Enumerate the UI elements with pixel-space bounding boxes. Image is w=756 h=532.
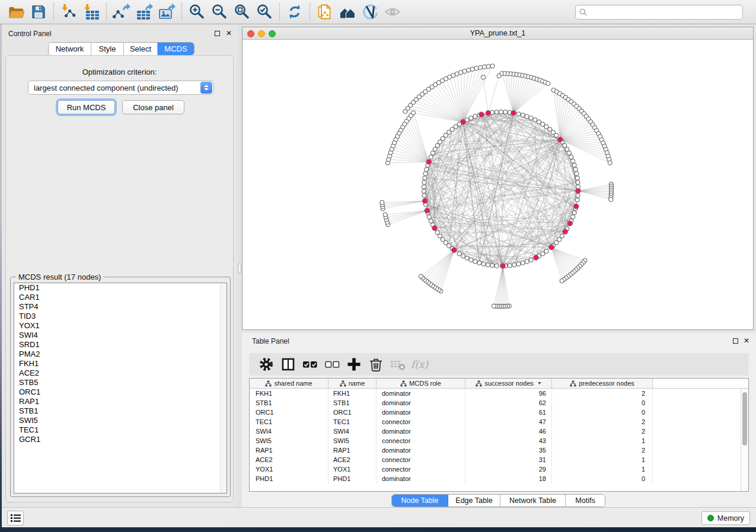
table-cell[interactable]: PHD1 xyxy=(250,474,328,483)
table-cell[interactable]: 96 xyxy=(465,389,552,398)
memory-button[interactable]: Memory xyxy=(701,511,750,525)
table-row[interactable]: ACE2ACE2connector311 xyxy=(250,455,741,464)
network-node[interactable] xyxy=(425,167,429,171)
mcds-result-item[interactable]: TEC1 xyxy=(14,425,227,435)
table-cell[interactable]: SWI4 xyxy=(250,427,328,436)
run-mcds-button[interactable]: Run MCDS xyxy=(58,100,115,114)
table-cell[interactable]: 1 xyxy=(552,455,653,464)
table-cell[interactable]: 61 xyxy=(465,408,552,417)
network-node[interactable] xyxy=(575,176,579,180)
network-node[interactable] xyxy=(529,116,533,120)
column-header-shared-name[interactable]: shared name xyxy=(250,379,328,388)
table-scrollbar-thumb[interactable] xyxy=(742,392,747,446)
table-cell[interactable]: 46 xyxy=(465,427,552,436)
network-hub-node[interactable] xyxy=(563,229,568,235)
control-panel-close-icon[interactable]: ✕ xyxy=(226,29,232,37)
table-cell[interactable]: TEC1 xyxy=(250,417,328,427)
table-cell[interactable]: 62 xyxy=(465,398,552,408)
mcds-result-item[interactable]: FKH1 xyxy=(14,359,227,368)
mcds-result-item[interactable]: RAP1 xyxy=(14,397,227,406)
tab-select[interactable]: Select xyxy=(124,43,158,55)
network-hub-node[interactable] xyxy=(426,159,432,165)
settings-icon[interactable] xyxy=(255,355,277,373)
network-hub-node[interactable] xyxy=(422,198,428,204)
network-hub-node[interactable] xyxy=(511,110,516,116)
network-leaf-node[interactable] xyxy=(492,304,496,308)
network-hub-node[interactable] xyxy=(549,245,554,250)
table-cell[interactable]: 2 xyxy=(552,417,653,427)
open-icon[interactable] xyxy=(5,2,27,22)
mcds-result-item[interactable]: SRD1 xyxy=(14,340,227,350)
table-row[interactable]: RAP1RAP1dominator352 xyxy=(250,446,741,455)
network-node[interactable] xyxy=(565,147,569,151)
table-row[interactable]: SWI5SWI5connector431 xyxy=(250,436,741,446)
table-cell[interactable]: connector xyxy=(377,417,465,427)
table-cell[interactable]: dominator xyxy=(377,474,465,483)
network-leaf-node[interactable] xyxy=(411,111,415,115)
table-cell[interactable]: 47 xyxy=(465,417,552,427)
table-row[interactable]: FKH1FKH1dominator962 xyxy=(250,389,741,398)
network-node[interactable] xyxy=(422,194,426,198)
table-cell[interactable]: 2 xyxy=(552,427,653,436)
export-table-icon[interactable] xyxy=(133,2,155,22)
vizmap-icon[interactable] xyxy=(359,2,381,22)
table-cell[interactable]: YOX1 xyxy=(328,464,377,474)
table-cell[interactable]: FKH1 xyxy=(250,389,328,398)
network-node[interactable] xyxy=(516,262,521,266)
network-window-titlebar[interactable]: YPA_prune.txt_1 xyxy=(243,27,753,40)
vertical-splitter[interactable] xyxy=(237,24,242,507)
network-hub-node[interactable] xyxy=(452,248,457,253)
close-panel-button[interactable]: Close panel xyxy=(122,100,184,114)
network-node[interactable] xyxy=(576,180,580,184)
table-cell[interactable]: 0 xyxy=(552,474,653,483)
network-leaf-node[interactable] xyxy=(486,64,490,68)
zoom-in-icon[interactable] xyxy=(186,2,208,22)
table-cell[interactable]: RAP1 xyxy=(328,446,377,455)
network-node[interactable] xyxy=(422,180,426,184)
mcds-result-item[interactable]: SWI5 xyxy=(14,416,227,425)
search-input[interactable] xyxy=(589,7,742,18)
table-cell[interactable]: dominator xyxy=(377,398,465,408)
mcds-result-list[interactable]: PHD1CAR1STP4TID3YOX1SWI4SRD1PMA2FKH1ACE2… xyxy=(14,283,227,493)
network-node[interactable] xyxy=(569,155,573,159)
network-node[interactable] xyxy=(525,114,529,118)
network-node[interactable] xyxy=(575,172,579,176)
table-cell[interactable]: RAP1 xyxy=(250,446,328,455)
network-node[interactable] xyxy=(567,151,571,155)
mcds-result-item[interactable]: STP4 xyxy=(14,302,227,312)
export-image-icon[interactable] xyxy=(155,2,178,22)
network-node[interactable] xyxy=(572,211,576,215)
network-hub-node[interactable] xyxy=(534,255,539,261)
table-cell[interactable]: dominator xyxy=(377,427,465,436)
table-row[interactable]: SWI4SWI4dominator462 xyxy=(250,427,741,436)
tab-node-table[interactable]: Node Table xyxy=(392,495,448,507)
network-node[interactable] xyxy=(495,110,499,114)
network-leaf-node[interactable] xyxy=(470,67,474,71)
table-row[interactable]: STB1STB1dominator620 xyxy=(250,398,741,408)
column-header-predecessor-nodes[interactable]: predecessor nodes xyxy=(552,379,653,388)
network-node[interactable] xyxy=(525,259,529,264)
table-cell[interactable]: 1 xyxy=(552,464,653,474)
mcds-result-item[interactable]: ORC1 xyxy=(14,387,227,397)
tab-mcds[interactable]: MCDS xyxy=(158,43,194,55)
column-header-successor-nodes[interactable]: successor nodes xyxy=(465,379,552,388)
network-hub-node[interactable] xyxy=(479,112,484,117)
mcds-result-scrollbar[interactable] xyxy=(220,283,227,493)
columns-icon[interactable] xyxy=(277,355,299,373)
network-node[interactable] xyxy=(529,258,533,262)
table-scrollbar[interactable] xyxy=(741,389,748,491)
column-header-MCDS-role[interactable]: MCDS role xyxy=(377,379,465,388)
network-node[interactable] xyxy=(473,114,477,118)
mcds-result-item[interactable]: YOX1 xyxy=(14,321,227,331)
network-node[interactable] xyxy=(576,194,580,198)
table-cell[interactable]: SWI4 xyxy=(328,427,377,436)
table-cell[interactable]: dominator xyxy=(377,408,465,417)
tab-network-table[interactable]: Network Table xyxy=(500,495,566,507)
network-hub-node[interactable] xyxy=(573,204,579,209)
save-icon[interactable] xyxy=(27,2,50,22)
table-cell[interactable]: 2 xyxy=(552,389,653,398)
network-node[interactable] xyxy=(571,159,575,163)
table-cell[interactable]: 43 xyxy=(465,436,552,446)
table-cell[interactable]: STB1 xyxy=(328,398,377,408)
table-row[interactable]: ORC1ORC1dominator610 xyxy=(250,408,741,417)
